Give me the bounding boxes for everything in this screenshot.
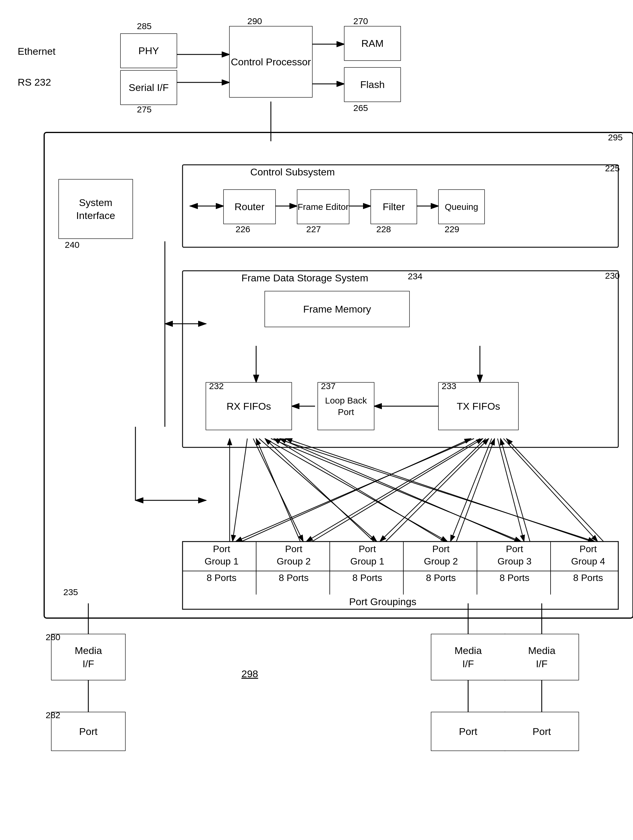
ref-280: 280 xyxy=(46,632,60,642)
port-group-1-label: PortGroup 1 xyxy=(187,543,256,567)
ref-237: 237 xyxy=(321,381,335,391)
ref-235: 235 xyxy=(63,587,78,597)
port-right1-label: Port xyxy=(431,712,505,750)
media-if-right1-label: MediaI/F xyxy=(431,634,505,680)
frame-editor-label: Frame Editor xyxy=(298,190,349,224)
port-group-4-label: PortGroup 2 xyxy=(406,543,475,567)
ref-275: 275 xyxy=(137,104,152,114)
svg-line-32 xyxy=(265,439,448,542)
diagram-container: Ethernet RS 232 285 290 270 275 265 PHY … xyxy=(0,0,633,840)
ref-228: 228 xyxy=(376,224,391,234)
media-if-left-label: MediaI/F xyxy=(52,634,125,680)
svg-line-25 xyxy=(280,439,518,542)
ref-233: 233 xyxy=(442,381,456,391)
svg-line-24 xyxy=(456,439,495,542)
svg-line-30 xyxy=(253,439,303,542)
phy-label: PHY xyxy=(121,34,177,68)
ref-290: 290 xyxy=(247,16,262,26)
system-interface-label: System Interface xyxy=(59,180,133,238)
control-processor-label: Control Processor xyxy=(229,27,312,97)
ref-265: 265 xyxy=(353,103,368,113)
svg-line-26 xyxy=(500,439,530,542)
port-group-2-label: PortGroup 2 xyxy=(259,543,328,567)
ref-225: 225 xyxy=(605,163,620,174)
ref-298: 298 xyxy=(241,668,258,680)
svg-line-20 xyxy=(312,439,483,542)
ref-226: 226 xyxy=(236,224,250,234)
port-group-3-ports: 8 Ports xyxy=(333,572,402,583)
ref-232: 232 xyxy=(209,381,224,391)
port-group-6-label: PortGroup 4 xyxy=(554,543,623,567)
rs232-label: RS 232 xyxy=(17,77,51,88)
ref-295: 295 xyxy=(608,133,623,142)
ref-229: 229 xyxy=(445,224,459,234)
port-groupings-label: Port Groupings xyxy=(294,596,471,608)
port-group-5-ports: 8 Ports xyxy=(480,572,549,583)
ref-240: 240 xyxy=(65,240,79,250)
serial-if-label: Serial I/F xyxy=(121,71,177,104)
port-group-3-label: PortGroup 1 xyxy=(333,543,402,567)
ref-230: 230 xyxy=(605,271,620,281)
filter-label: Filter xyxy=(371,190,416,224)
ref-234: 234 xyxy=(408,272,423,281)
port-group-6-ports: 8 Ports xyxy=(554,572,623,583)
ref-285: 285 xyxy=(137,21,152,31)
frame-memory-label: Frame Memory xyxy=(265,291,409,327)
svg-line-21 xyxy=(265,439,374,542)
flash-label: Flash xyxy=(345,68,400,101)
ref-270: 270 xyxy=(353,16,368,26)
ethernet-label: Ethernet xyxy=(17,46,55,57)
svg-line-29 xyxy=(233,439,247,542)
port-group-1-ports: 8 Ports xyxy=(187,572,256,583)
port-group-2-ports: 8 Ports xyxy=(259,572,328,583)
queuing-label: Queuing xyxy=(439,190,484,224)
svg-line-39 xyxy=(498,439,524,542)
ref-227: 227 xyxy=(306,224,321,234)
ram-label: RAM xyxy=(345,27,400,60)
media-if-right2-label: MediaI/F xyxy=(505,634,579,680)
ref-282: 282 xyxy=(46,710,60,720)
router-label: Router xyxy=(224,190,275,224)
svg-line-40 xyxy=(503,439,598,542)
port-group-4-ports: 8 Ports xyxy=(406,572,475,583)
port-right2-label: Port xyxy=(505,712,579,750)
port-left-label: Port xyxy=(52,712,125,750)
control-subsystem-label: Control Subsystem xyxy=(250,166,335,178)
port-group-5-label: PortGroup 3 xyxy=(480,543,549,567)
frame-data-storage-label: Frame Data Storage System xyxy=(241,272,368,284)
svg-line-28 xyxy=(506,439,604,542)
